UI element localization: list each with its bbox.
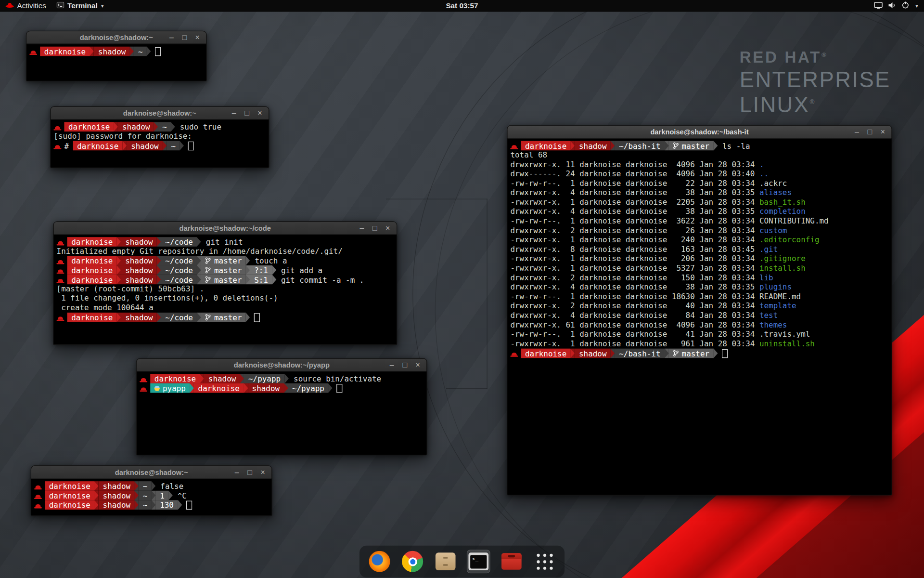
output-line: drwxrwxr-x. 4 darknoise darknoise 84 Jan… xyxy=(510,311,891,320)
output-line: -rw-rw-r--. 1 darknoise darknoise 22 Jan… xyxy=(510,179,891,188)
minimize-button[interactable]: – xyxy=(231,466,244,478)
powerline-separator-icon xyxy=(117,237,121,247)
dock-item-toolbox[interactable] xyxy=(500,550,523,573)
close-button[interactable]: × xyxy=(191,31,204,44)
close-button[interactable]: × xyxy=(876,126,889,138)
prompt-segment-path: ~ xyxy=(134,47,147,56)
close-button[interactable]: × xyxy=(411,358,424,371)
redhat-prompt-icon xyxy=(58,241,63,244)
maximize-button[interactable]: □ xyxy=(368,222,381,234)
prompt-segment-venv: pyapp xyxy=(150,383,190,393)
git-branch-icon xyxy=(205,257,211,264)
powerline-separator-icon xyxy=(197,256,201,265)
prompt-segment-host: shadow xyxy=(121,313,157,322)
window-title: darknoise@shadow:~ xyxy=(80,33,153,41)
terminal-content[interactable]: darknoiseshadow~/bash-itmasterls -latota… xyxy=(507,139,891,358)
window-controls: –□× xyxy=(228,107,267,119)
window-titlebar[interactable]: darknoise@shadow:~/bash-it–□× xyxy=(507,126,891,139)
prompt-segment-path: ~ xyxy=(139,491,152,500)
terminal-window-bashit[interactable]: darknoise@shadow:~/bash-it–□×darknoisesh… xyxy=(507,125,892,496)
output-line: -rwxrwxr-x. 1 darknoise darknoise 2205 J… xyxy=(510,197,891,207)
output-text: drwx------. 24 darknoise darknoise 4096 … xyxy=(510,169,759,178)
terminal-content[interactable]: darknoiseshadow~/codegit initInitialized… xyxy=(53,235,397,322)
terminal-window-exitcodes[interactable]: darknoise@shadow:~–□×darknoiseshadow~fal… xyxy=(31,465,272,516)
terminal-content[interactable]: darknoiseshadow~sudo true[sudo] password… xyxy=(51,120,269,151)
powerline-separator-icon xyxy=(190,383,194,393)
window-titlebar[interactable]: darknoise@shadow:~–□× xyxy=(26,31,206,44)
dock-item-app-grid[interactable] xyxy=(533,550,556,573)
toolbox-icon xyxy=(501,553,522,570)
dock-item-chrome[interactable] xyxy=(401,550,424,573)
minimize-button[interactable]: – xyxy=(850,126,863,138)
dock-item-firefox[interactable] xyxy=(368,550,391,573)
clock[interactable]: Sat 03:57 xyxy=(446,2,478,10)
output-text: . xyxy=(759,160,764,169)
window-titlebar[interactable]: darknoise@shadow:~/pyapp–□× xyxy=(137,358,426,371)
powerline-separator-icon xyxy=(246,256,250,265)
terminal-window-code[interactable]: darknoise@shadow:~/code–□×darknoiseshado… xyxy=(53,221,397,345)
powerline-separator-icon xyxy=(117,275,121,285)
terminal-window-sudo[interactable]: darknoise@shadow:~–□×darknoiseshadow~sud… xyxy=(50,106,270,168)
maximize-button[interactable]: □ xyxy=(241,107,254,119)
prompt-segment-user: darknoise xyxy=(45,491,94,500)
output-text: -rw-rw-r--. 1 darknoise darknoise 22 Jan… xyxy=(510,179,759,187)
close-button[interactable]: × xyxy=(257,466,270,478)
output-text: themes xyxy=(759,320,787,329)
terminal-window-home-small[interactable]: darknoise@shadow:~–□×darknoiseshadow~ xyxy=(26,31,207,81)
minimize-button[interactable]: – xyxy=(385,358,398,371)
git-branch-icon xyxy=(673,350,679,357)
prompt-line: darknoiseshadow~/pyappsource bin/activat… xyxy=(140,374,426,383)
system-tray[interactable]: ▾ xyxy=(868,0,924,12)
close-button[interactable]: × xyxy=(254,107,267,119)
terminal-content[interactable]: darknoiseshadow~falsedarknoiseshadow~1^C… xyxy=(31,479,272,510)
terminal-window-pyapp[interactable]: darknoise@shadow:~/pyapp–□×darknoiseshad… xyxy=(136,358,427,455)
redhat-prompt-icon xyxy=(35,495,40,498)
output-text: bash_it.sh xyxy=(759,197,806,206)
output-line: -rw-rw-r--. 1 darknoise darknoise 18630 … xyxy=(510,292,891,302)
dock-item-files[interactable] xyxy=(434,550,457,573)
output-text: total 68 xyxy=(510,150,547,159)
close-button[interactable]: × xyxy=(381,222,394,234)
maximize-button[interactable]: □ xyxy=(244,466,257,478)
app-grid-icon xyxy=(535,552,553,571)
activities-button[interactable]: Activities xyxy=(0,0,51,12)
powerline-separator-icon xyxy=(197,265,201,275)
output-text: install.sh xyxy=(759,263,806,272)
terminal-content[interactable]: darknoiseshadow~ xyxy=(26,44,206,56)
command-text: source bin/activate xyxy=(294,374,381,383)
maximize-button[interactable]: □ xyxy=(398,358,411,371)
powerline-separator-icon xyxy=(246,265,250,275)
prompt-line: darknoiseshadow~/codegit init xyxy=(57,237,397,247)
prompt-segment-host: shadow xyxy=(248,383,284,393)
powerline-separator-icon xyxy=(171,122,175,131)
window-titlebar[interactable]: darknoise@shadow:~–□× xyxy=(31,466,272,479)
powerline-separator-icon xyxy=(714,141,718,151)
redhat-prompt-icon xyxy=(35,486,40,488)
window-controls: –□× xyxy=(355,222,394,234)
python-icon xyxy=(154,385,160,391)
window-titlebar[interactable]: darknoise@shadow:~–□× xyxy=(51,107,269,120)
minimize-button[interactable]: – xyxy=(228,107,241,119)
maximize-button[interactable]: □ xyxy=(863,126,876,138)
prompt-segment-path: ~/code xyxy=(161,256,197,265)
prompt-segment-user: darknoise xyxy=(150,374,200,383)
output-line: -rw-rw-r--. 1 darknoise darknoise 3622 J… xyxy=(510,216,891,226)
prompt-segment-user: darknoise xyxy=(194,383,244,393)
prompt-segment-user: darknoise xyxy=(45,500,94,510)
prompt-line: darknoiseshadow~1^C xyxy=(34,491,271,500)
minimize-button[interactable]: – xyxy=(355,222,368,234)
output-text: drwxrwxr-x. 2 darknoise darknoise 150 Ja… xyxy=(510,273,759,282)
app-menu-terminal[interactable]: Terminal ▾ xyxy=(51,0,109,12)
chevron-down-icon: ▾ xyxy=(101,3,104,9)
desktop[interactable]: RED HAT® ENTERPRISE LINUX® Activities Te… xyxy=(0,0,924,578)
redhat-prompt-icon xyxy=(35,504,40,507)
prompt-segment-user: darknoise xyxy=(45,481,94,491)
prompt-segment-path: ~ xyxy=(139,481,152,491)
git-branch-icon xyxy=(673,142,679,149)
terminal-content[interactable]: darknoiseshadow~/pyappsource bin/activat… xyxy=(137,371,426,393)
dock-item-terminal[interactable]: >_ xyxy=(467,550,490,573)
window-titlebar[interactable]: darknoise@shadow:~/code–□× xyxy=(53,222,397,235)
output-text: drwxrwxr-x. 4 darknoise darknoise 38 Jan… xyxy=(510,207,759,216)
maximize-button[interactable]: □ xyxy=(178,31,191,44)
minimize-button[interactable]: – xyxy=(165,31,178,44)
